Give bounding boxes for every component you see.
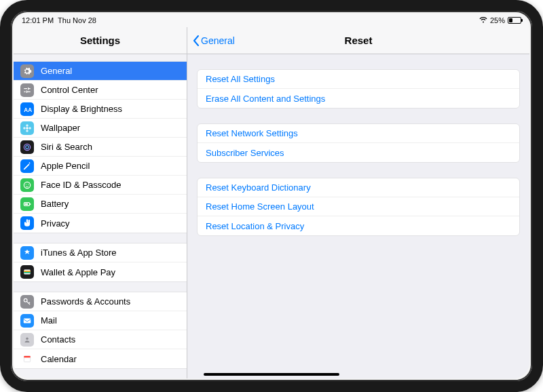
sidebar-item-passwords[interactable]: Passwords & Accounts	[14, 292, 187, 311]
back-button[interactable]: General	[193, 35, 235, 46]
siri-icon	[20, 140, 34, 154]
sidebar-item-label: Control Center	[41, 85, 180, 95]
detail-title: Reset	[345, 35, 373, 46]
svg-point-5	[29, 127, 31, 130]
sidebar-item-label: Calendar	[41, 354, 180, 364]
battery-percent: 25%	[490, 16, 505, 24]
svg-rect-12	[30, 203, 31, 204]
svg-point-8	[24, 182, 30, 188]
sidebar-list[interactable]: GeneralControl CenterAADisplay & Brightn…	[14, 54, 187, 378]
reset-option-reset-location[interactable]: Reset Location & Privacy	[198, 216, 519, 235]
key-icon	[20, 295, 34, 309]
status-bar: 12:01 PM Thu Nov 28 25%	[14, 14, 529, 27]
status-time: 12:01 PM	[22, 16, 54, 24]
svg-point-10	[28, 184, 29, 184]
svg-point-4	[23, 127, 26, 130]
sidebar-item-label: Contacts	[41, 334, 180, 345]
sidebar-item-privacy[interactable]: Privacy	[14, 214, 187, 233]
reset-option-reset-network[interactable]: Reset Network Settings	[198, 124, 519, 143]
svg-rect-18	[24, 318, 31, 323]
wallet-icon	[20, 265, 34, 279]
sidebar-item-label: Siri & Search	[41, 142, 180, 152]
sidebar-item-label: Display & Brightness	[41, 104, 180, 114]
calendar-icon	[20, 352, 34, 366]
sidebar-item-label: Privacy	[41, 218, 180, 229]
sidebar-group: iTunes & App StoreWallet & Apple Pay	[14, 243, 187, 282]
svg-rect-13	[25, 203, 29, 204]
sidebar-header: Settings	[14, 27, 187, 54]
sidebar-item-label: Apple Pencil	[41, 161, 180, 171]
sidebar-item-siri[interactable]: Siri & Search	[14, 138, 187, 157]
ipad-frame: 12:01 PM Thu Nov 28 25% Settings General…	[0, 0, 543, 392]
sidebar-item-label: iTunes & App Store	[41, 248, 180, 258]
home-indicator[interactable]	[204, 373, 339, 376]
svg-rect-21	[24, 356, 30, 357]
sidebar-item-control-center[interactable]: Control Center	[14, 81, 187, 100]
svg-point-6	[24, 144, 30, 150]
screen: 12:01 PM Thu Nov 28 25% Settings General…	[14, 14, 529, 378]
detail-pane: General Reset Reset All SettingsErase Al…	[187, 27, 529, 378]
detail-header: General Reset	[187, 27, 529, 54]
reset-option-subscriber[interactable]: Subscriber Services	[198, 143, 519, 162]
svg-point-9	[26, 184, 26, 184]
detail-group: Reset Keyboard DictionaryReset Home Scre…	[197, 178, 520, 236]
back-label: General	[201, 35, 235, 46]
sidebar-item-label: Passwords & Accounts	[41, 296, 180, 307]
detail-content: Reset All SettingsErase All Content and …	[187, 54, 529, 236]
svg-point-19	[26, 337, 29, 340]
svg-point-2	[26, 124, 29, 127]
sidebar-item-faceid[interactable]: Face ID & Passcode	[14, 176, 187, 195]
reset-option-reset-home[interactable]: Reset Home Screen Layout	[198, 197, 519, 216]
svg-point-3	[26, 130, 29, 132]
detail-group: Reset Network SettingsSubscriber Service…	[197, 123, 520, 163]
sidebar-title: Settings	[80, 35, 120, 46]
sidebar-item-itunes[interactable]: iTunes & App Store	[14, 243, 187, 262]
sidebar-item-label: Wallet & Apple Pay	[41, 267, 180, 277]
flower-icon	[20, 121, 34, 135]
hand-icon	[20, 216, 34, 230]
sidebar-item-calendar[interactable]: Calendar	[14, 349, 187, 368]
settings-sidebar: Settings GeneralControl CenterAADisplay …	[14, 27, 187, 378]
gear-icon	[20, 64, 34, 78]
sidebar-item-label: General	[41, 66, 180, 76]
sidebar-item-contacts[interactable]: Contacts	[14, 330, 187, 349]
wifi-icon	[479, 16, 487, 24]
pencil-icon	[20, 159, 34, 173]
detail-group: Reset All SettingsErase All Content and …	[197, 69, 520, 109]
sidebar-item-label: Wallpaper	[41, 123, 180, 133]
mail-icon	[20, 314, 34, 328]
face-icon	[20, 178, 34, 192]
svg-rect-15	[24, 271, 30, 272]
sliders-icon	[20, 83, 34, 97]
appstore-icon	[20, 246, 34, 260]
sidebar-item-general[interactable]: General	[14, 62, 187, 81]
sidebar-item-pencil[interactable]: Apple Pencil	[14, 157, 187, 176]
reset-option-erase-all[interactable]: Erase All Content and Settings	[198, 89, 519, 108]
contacts-icon	[20, 333, 34, 347]
status-date: Thu Nov 28	[58, 16, 96, 24]
battery-icon	[508, 17, 521, 24]
sidebar-group: Passwords & AccountsMailContactsCalendar	[14, 292, 187, 369]
text-icon: AA	[20, 102, 34, 116]
reset-option-reset-all[interactable]: Reset All Settings	[198, 70, 519, 89]
svg-text:AA: AA	[24, 106, 32, 113]
sidebar-group: GeneralControl CenterAADisplay & Brightn…	[14, 61, 187, 233]
sidebar-item-mail[interactable]: Mail	[14, 311, 187, 330]
sidebar-item-label: Face ID & Passcode	[41, 180, 180, 190]
reset-option-reset-keyboard[interactable]: Reset Keyboard Dictionary	[198, 178, 519, 197]
sidebar-item-display[interactable]: AADisplay & Brightness	[14, 100, 187, 119]
svg-point-7	[26, 145, 29, 149]
battery-icon	[20, 197, 34, 211]
sidebar-item-wallpaper[interactable]: Wallpaper	[14, 119, 187, 138]
svg-rect-16	[24, 272, 30, 273]
sidebar-item-label: Mail	[41, 315, 180, 326]
svg-point-1	[26, 127, 29, 130]
svg-point-17	[24, 298, 27, 302]
sidebar-item-wallet[interactable]: Wallet & Apple Pay	[14, 262, 187, 281]
sidebar-item-battery[interactable]: Battery	[14, 195, 187, 214]
sidebar-item-label: Battery	[41, 199, 180, 209]
